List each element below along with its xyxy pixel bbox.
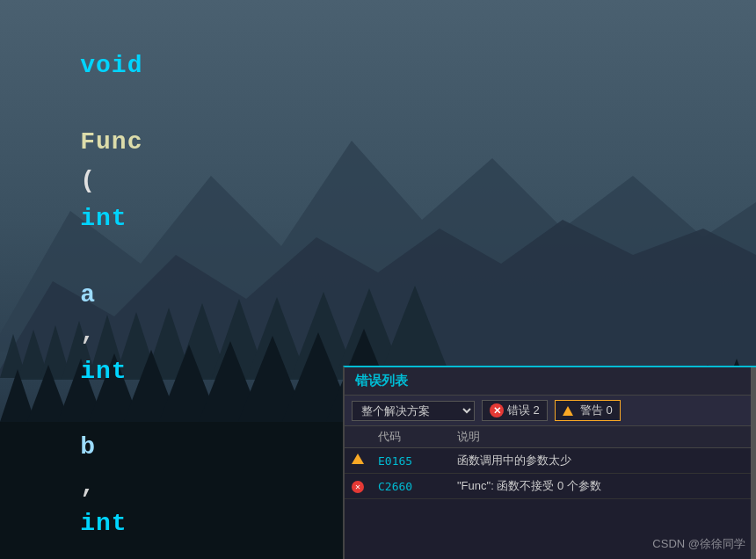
function-name-func: Func	[80, 128, 142, 156]
error-row-1[interactable]: E0165 函数调用中的参数太少	[345, 448, 756, 474]
scope-select[interactable]: 整个解决方案当前文档当前项目	[352, 401, 475, 421]
error-badge-icon: ✕	[490, 403, 504, 417]
error-row-2[interactable]: ✕ C2660 "Func": 函数不接受 0 个参数	[345, 474, 756, 499]
keyword-int-3: int	[80, 510, 127, 537]
row-1-icon	[352, 453, 378, 468]
warning-count-label: 警告 0	[580, 403, 613, 418]
row-2-icon: ✕	[352, 478, 378, 494]
error-panel-title: 错误列表	[355, 373, 408, 389]
error-count-label: 错误 2	[507, 403, 540, 418]
error-table-header: 代码 说明	[345, 426, 756, 448]
watermark: CSDN @徐徐同学	[652, 536, 745, 552]
error-row-icon: ✕	[352, 481, 364, 493]
error-panel: 错误列表 整个解决方案当前文档当前项目 ✕ 错误 2 警告 0 代码 说明 E0…	[343, 366, 756, 559]
resize-handle[interactable]	[751, 367, 756, 559]
error-panel-toolbar: 整个解决方案当前文档当前项目 ✕ 错误 2 警告 0	[345, 396, 756, 426]
warning-count-badge[interactable]: 警告 0	[555, 400, 621, 421]
col-code-header: 代码	[378, 429, 457, 445]
error-count-badge[interactable]: ✕ 错误 2	[482, 400, 548, 421]
row-1-desc: 函数调用中的参数太少	[457, 453, 749, 468]
keyword-int-1: int	[80, 205, 127, 232]
col-icon-header	[352, 429, 378, 445]
warning-badge-icon	[563, 406, 573, 416]
error-panel-title-bar: 错误列表	[345, 367, 756, 396]
row-2-desc: "Func": 函数不接受 0 个参数	[457, 478, 749, 494]
row-2-code: C2660	[378, 480, 457, 493]
warning-row-icon	[352, 454, 364, 464]
keyword-int-2: int	[80, 358, 127, 385]
keyword-void: void	[80, 52, 142, 79]
row-1-code: E0165	[378, 454, 457, 468]
col-desc-header: 说明	[457, 429, 749, 445]
